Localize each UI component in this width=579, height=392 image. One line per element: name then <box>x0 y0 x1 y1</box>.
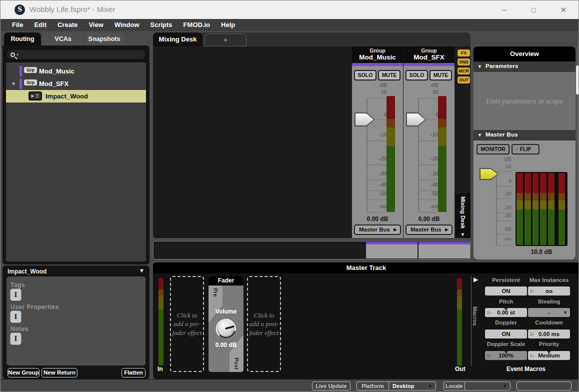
right-scrollbar[interactable] <box>576 46 579 260</box>
priority-field[interactable]: ▷Medium <box>528 351 570 360</box>
parameters-section-header[interactable]: ▼ Parameters <box>474 62 576 72</box>
locale-dropdown[interactable]: ▼ <box>464 382 510 390</box>
monitor-button[interactable]: MONITOR <box>476 144 510 154</box>
cooldown-field[interactable]: ▷0.00 ms <box>528 330 570 338</box>
menu-scripts[interactable]: Scripts <box>145 19 178 31</box>
user-properties-edit-button[interactable]: I <box>10 310 22 323</box>
group-color-bar <box>20 78 22 89</box>
collapse-caret-icon[interactable]: ▼ <box>139 268 144 274</box>
tree-row-label: Mod_SFX <box>39 80 68 88</box>
scale-tick <box>496 172 512 172</box>
menu-help[interactable]: Help <box>216 19 240 31</box>
flip-button[interactable]: FLIP <box>512 144 540 154</box>
meter-bar <box>548 173 554 245</box>
notes-label: Notes <box>10 326 28 332</box>
doppler-toggle[interactable]: ON <box>485 330 527 338</box>
scale-tick-label: -40 <box>370 182 387 188</box>
menu-view[interactable]: View <box>83 19 108 31</box>
master-bus-section-header[interactable]: ▼ Master Bus <box>474 130 576 140</box>
mixing-desk-side-tab[interactable]: Mixing Desk ▼ <box>456 194 470 238</box>
post-fader-effect-slot[interactable]: Click to add a post-fader effect <box>247 276 281 372</box>
minimap-strip-mod-sfx[interactable] <box>418 242 470 258</box>
output-deck-button[interactable]: OUT <box>457 76 470 84</box>
tab-snapshots[interactable]: Snapshots <box>84 32 124 46</box>
notes-edit-button[interactable]: I <box>10 332 22 345</box>
post-tab[interactable]: Post <box>230 334 244 372</box>
mixer-strip-mod-sfx[interactable]: Group Mod_SFX SOLO MUTE dB 10 0 -10 -20 … <box>404 46 454 238</box>
collapse-triangle-icon[interactable]: ▼ <box>478 64 482 69</box>
fx-deck-button[interactable]: FX <box>457 49 470 57</box>
search-box[interactable]: ▾ <box>6 49 146 60</box>
tab-mixing-desk[interactable]: Mixing Desk <box>153 32 202 46</box>
input-label: In <box>158 366 163 372</box>
scrollbar-thumb[interactable] <box>576 66 579 94</box>
flatten-button[interactable]: Flatten <box>122 368 146 378</box>
maximize-button[interactable]: □ <box>526 4 540 16</box>
stealing-dropdown[interactable]: -▼ <box>528 308 570 317</box>
fmod-logo-icon: S <box>14 4 25 15</box>
doppler-scale-field[interactable]: ▷100% <box>485 351 527 360</box>
pre-fader-effect-slot[interactable]: Click to add a pre-fader effect <box>170 276 204 372</box>
search-filter-caret-icon[interactable]: ▾ <box>16 52 18 57</box>
minimap-strip-mod-music[interactable] <box>366 242 418 258</box>
tab-routing[interactable]: Routing <box>4 32 41 46</box>
stealing-label: Stealing <box>508 298 579 304</box>
expand-arrow-icon[interactable]: ▼ <box>11 81 16 86</box>
new-return-button[interactable]: New Return <box>42 368 78 378</box>
tree-row-mod-sfx[interactable]: ▼ Grp Mod_SFX <box>6 78 146 90</box>
search-input[interactable] <box>20 50 146 59</box>
collapse-triangle-icon[interactable]: ▼ <box>478 132 482 138</box>
menu-window[interactable]: Window <box>109 19 145 31</box>
tab-vcas[interactable]: VCAs <box>43 32 83 46</box>
minimize-button[interactable]: ─ <box>498 4 512 16</box>
post-tab-label: Post <box>234 358 240 370</box>
output-route-button[interactable]: Master Bus ▶ <box>406 224 452 235</box>
menu-edit[interactable]: Edit <box>28 19 52 31</box>
live-update-button[interactable]: Live Update Off <box>312 382 350 390</box>
tree-row-impact-wood-selected[interactable]: ▶☰ Impact_Wood <box>6 90 146 102</box>
mute-button[interactable]: MUTE <box>430 70 452 80</box>
tags-edit-button[interactable]: I <box>10 288 22 301</box>
scale-tick <box>496 198 512 199</box>
scale-tick-label: 0 <box>370 112 387 118</box>
menu-create[interactable]: Create <box>52 19 83 31</box>
scale-tick-label: -30 <box>422 170 438 176</box>
stealing-value: - <box>548 310 550 316</box>
output-route-button[interactable]: Master Bus ▶ <box>354 224 401 235</box>
scale-tick-label: -20 <box>422 156 438 162</box>
max-instances-field[interactable]: ▷oo <box>528 286 570 296</box>
tree-row-mod-music[interactable]: Grp Mod_Music <box>6 65 146 78</box>
scale-tick <box>418 164 437 165</box>
close-button[interactable]: ✕ <box>556 4 570 16</box>
level-meter <box>438 96 446 212</box>
mute-button[interactable]: MUTE <box>378 70 400 80</box>
meter-bar <box>558 173 565 245</box>
status-spare-box <box>516 382 572 390</box>
strip-level-value: 0.00 dB <box>404 216 454 222</box>
tags-label: Tags <box>10 282 25 288</box>
mixer-strip-mod-music[interactable]: Group Mod_Music SOLO MUTE dB 10 0 -10 -2… <box>352 46 403 238</box>
sends-deck-button[interactable]: SND <box>457 58 470 66</box>
platform-dropdown[interactable]: Desktop▼ <box>388 382 436 390</box>
scale-db-label: dB <box>370 82 387 88</box>
solo-button[interactable]: SOLO <box>354 70 376 80</box>
macros-deck-button[interactable]: MCR <box>457 67 470 75</box>
solo-button[interactable]: SOLO <box>406 70 428 80</box>
dial-icon: ▷ <box>488 351 491 360</box>
persistent-toggle[interactable]: ON <box>485 286 527 296</box>
properties-panel: Impact_Wood ▼ Tags I User Properties I N… <box>2 266 150 379</box>
pitch-field[interactable]: ▷0.00 st <box>485 308 527 317</box>
strip-type-label: Group <box>352 48 403 54</box>
desk-overview-minimap[interactable] <box>153 241 470 260</box>
volume-knob[interactable] <box>215 318 237 340</box>
routing-tree: Grp Mod_Music ▼ Grp Mod_SFX ▶☰ Impact_Wo… <box>6 62 146 262</box>
add-desk-tab-button[interactable]: + <box>204 34 246 46</box>
group-color-bar <box>20 66 22 76</box>
master-multichannel-meter <box>516 172 568 246</box>
menu-fmod-io[interactable]: FMOD.io <box>178 19 216 31</box>
notch-icon <box>547 351 551 354</box>
menu-file[interactable]: File <box>6 19 28 31</box>
properties-title: Impact_Wood <box>8 268 46 275</box>
scale-tick-label: -20 <box>370 156 387 162</box>
new-group-button[interactable]: New Group <box>8 368 40 378</box>
